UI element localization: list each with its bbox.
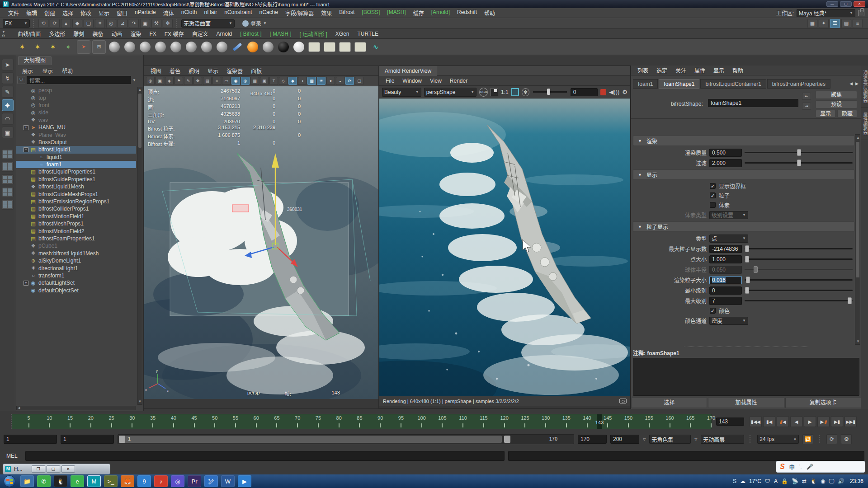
taskbar-premiere[interactable]: Pr [188,475,201,487]
tab-scroll-right-icon[interactable]: ▶ [855,81,859,86]
ae-menu-帮助[interactable]: 帮助 [729,66,747,74]
menu-MASH[interactable]: [MASH] [383,9,409,17]
checkbox-color[interactable] [710,308,716,314]
lock-icon[interactable] [858,10,864,16]
status-icon-1[interactable]: ⟳ [50,19,60,28]
slider-handle[interactable] [754,266,758,273]
focus-button[interactable]: 聚焦 [816,91,857,99]
shelf-icon-boxarrow-4[interactable]: ➤ [77,40,90,54]
viewport-menu-显示[interactable]: 显示 [204,67,222,75]
aov-combo[interactable]: Beauty▼ [382,88,421,97]
arnold-menu-Window[interactable]: Window [399,78,425,84]
animation-end-field[interactable]: 200 [610,435,639,444]
status-icon-8[interactable]: ↷ [129,19,139,28]
checkbox-显示边界框[interactable] [710,183,716,189]
stop-render-button[interactable] [600,89,606,95]
shelf-tab-动画[interactable]: 动画 [107,30,126,38]
taskbar-maya[interactable]: M [87,475,101,487]
tray-icon-1[interactable]: ☁ [740,478,745,484]
shelf-tab-渲染[interactable]: 渲染 [126,30,145,38]
render-image[interactable] [379,99,630,396]
shelf-icon-plane-22[interactable] [354,42,366,52]
outliner-hscrollbar[interactable]: ◀ [16,406,136,410]
viewport-toolbar-icon-8[interactable]: ▭ [222,77,231,85]
viewport-toolbar-icon-21[interactable]: ⟳ [345,77,354,85]
outliner-item-bifrostColliderProps1[interactable]: ▤bifrostColliderProps1 [16,205,136,212]
tray-icon-3[interactable]: A [774,478,778,484]
minimize-button[interactable]: — [826,1,838,7]
notification-icon[interactable]: ◀))) [609,89,619,95]
auto-keyframe-icon[interactable]: ⟳ [826,434,837,444]
animation-start-field[interactable]: 1 [4,435,57,444]
shelf-icon-plane-20[interactable] [324,42,335,52]
go-to-start-button[interactable]: ▮◀◀ [750,416,762,427]
viewport-toolbar-icon-9[interactable]: ◉ [231,77,240,85]
attr-field-点大小[interactable]: 1.000 [709,255,742,263]
shape-name-field[interactable]: foamShape1 [708,99,798,107]
exposure-slider[interactable] [533,91,567,93]
outliner-item-Plane_Wav[interactable]: ❖Plane_Wav [16,131,136,138]
taskbar-firefox[interactable]: 🦊 [121,475,134,487]
shelf-icon-fluid-23[interactable]: ∿ [369,40,382,54]
collapsed-window-titlebar[interactable]: M H... ❐ ▢ ✕ [3,464,110,474]
outliner-item-directionalLight1[interactable]: ✳directionalLight1 [16,264,136,272]
menu-窗口[interactable]: 窗口 [113,9,131,17]
tray-icon-0[interactable]: S [733,478,736,484]
viewport-menu-视图[interactable]: 视图 [147,67,165,75]
viewport-menu-照明[interactable]: 照明 [185,67,203,75]
shelf-icon-sphere-12[interactable] [200,40,213,54]
shelf-icon-sphere-11[interactable] [184,40,198,54]
section-header-粒子显示[interactable]: ▼粒子显示 [633,221,854,232]
menu-显示[interactable]: 显示 [95,9,113,17]
viewport-canvas[interactable]: 360031 y x z 顶点:246750200 [144,86,378,399]
workspace-combo[interactable]: Maya 经典*▼ [797,9,855,17]
status-icon-0[interactable]: ⟲ [38,19,48,28]
menu-nConstraint[interactable]: nConstraint [221,9,255,17]
shelf-tab-MASH[interactable]: [ MASH ] [265,31,295,37]
taskbar-thunderbird[interactable]: 🕊 [204,475,218,487]
shelf-icon-plane-21[interactable] [339,42,351,52]
sidebar-toggle-4[interactable]: ≡ [853,19,863,28]
outliner-vscrollbar[interactable]: ▲▼ [137,87,142,405]
go-to-end-button[interactable]: ▶▶▮ [844,416,857,427]
chevron-down-icon[interactable]: ▽ [643,437,646,441]
viewport-toolbar-icon-11[interactable]: ▦ [250,77,259,85]
tray-icon-10[interactable]: 🔊 [838,478,844,484]
viewport-toolbar-icon-3[interactable]: ⚑ [175,77,183,85]
current-frame-field[interactable]: 143 [716,418,744,426]
viewport-toolbar-icon-4[interactable]: ✎ [184,77,193,85]
collapse-icon[interactable]: ▼ [638,139,642,143]
presets-button[interactable]: 预设 [816,100,857,108]
tray-icon-5[interactable]: 📡 [792,478,798,484]
outliner-item-bifrostMeshProps1[interactable]: ▤bifrostMeshProps1 [16,220,136,227]
sidebar-toggle-3[interactable]: ▤ [841,19,851,28]
menu-set-combo[interactable]: FX▼ [3,19,30,28]
layout-shortcut-0[interactable] [2,149,14,159]
command-line-mode[interactable]: MEL [6,453,22,459]
viewport-menu-渲染器[interactable]: 渲染器 [223,67,246,75]
expander-icon[interactable]: + [24,281,28,286]
menu-创建[interactable]: 创建 [41,9,59,17]
arnold-menu-Render[interactable]: Render [446,78,471,84]
taskbar-word[interactable]: W [221,475,235,487]
tray-icon-8[interactable]: ◉ [821,478,825,484]
checkbox-体素[interactable] [710,202,716,208]
shelf-icon-burst2-1[interactable]: ✶ [31,40,44,54]
viewport-menu-面板[interactable]: 面板 [247,67,265,75]
shelf-icon-plane-19[interactable] [308,42,320,52]
ae-tab-bifrostFoamProperties[interactable]: bifrostFoamProperties [767,79,830,89]
playback-loop-icon[interactable]: 🔁 [802,434,813,444]
viewport-toolbar-icon-17[interactable]: ▩ [307,77,316,85]
move-tool[interactable]: ✥ [2,99,14,111]
tray-icon-7[interactable]: 🐧 [810,478,817,484]
slider-handle[interactable] [797,149,801,156]
outliner-item-liquid1[interactable]: ≈liquid1 [16,154,136,161]
shelf-icon-sphere-9[interactable] [154,40,167,54]
playback-end-field[interactable]: 170 [578,435,607,444]
status-icon-7[interactable]: ⊿ [118,19,127,28]
viewport-toolbar-icon-2[interactable]: ◈ [165,77,174,85]
attr-field-渲染质量[interactable]: 0.500 [709,149,742,157]
checkbox-粒子[interactable] [710,192,716,198]
attr-slider-点大小[interactable] [745,258,853,260]
anim-layer-combo[interactable]: 无动画层 [701,435,744,444]
